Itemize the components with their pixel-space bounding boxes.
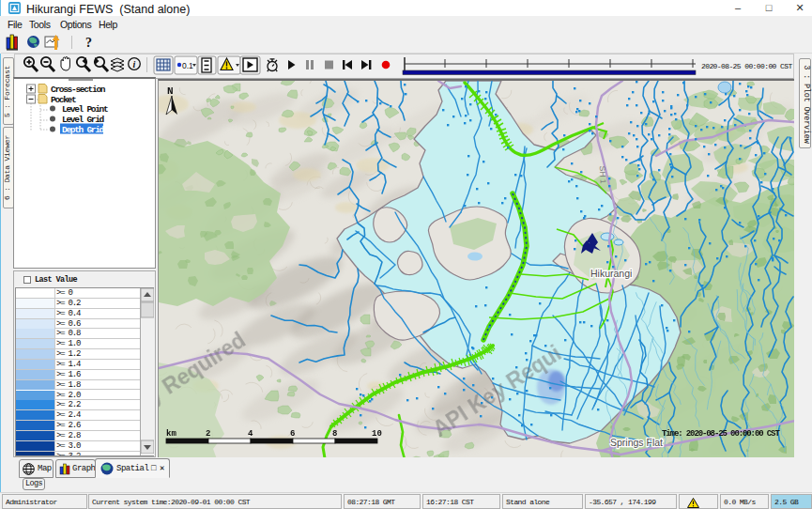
- svg-text:Time: 2020-08-25 00:00:00 CST: Time: 2020-08-25 00:00:00 CST: [662, 429, 780, 439]
- svg-text:Hikurangi: Hikurangi: [590, 268, 632, 279]
- svg-text:Springs Flat: Springs Flat: [610, 437, 663, 448]
- svg-text:?: ?: [85, 36, 92, 50]
- svg-text:8: 8: [332, 429, 337, 439]
- svg-text:Level Point: Level Point: [62, 104, 108, 115]
- svg-text:km: km: [166, 429, 176, 439]
- svg-text:Level Grid: Level Grid: [62, 115, 105, 125]
- svg-text:10: 10: [372, 429, 382, 439]
- svg-text:2: 2: [206, 429, 210, 439]
- svg-text:Depth Grid: Depth Grid: [62, 125, 105, 135]
- svg-text:N: N: [167, 85, 174, 97]
- svg-text:Cross-section: Cross-section: [51, 85, 106, 95]
- svg-text:i: i: [133, 59, 136, 69]
- svg-text:2020-08-25 00:00:00 CST: 2020-08-25 00:00:00 CST: [701, 62, 792, 70]
- svg-text:SH 1: SH 1: [598, 165, 608, 184]
- svg-text:0.1: 0.1: [182, 61, 193, 70]
- svg-text:6: 6: [290, 429, 295, 439]
- svg-text:4: 4: [248, 429, 253, 439]
